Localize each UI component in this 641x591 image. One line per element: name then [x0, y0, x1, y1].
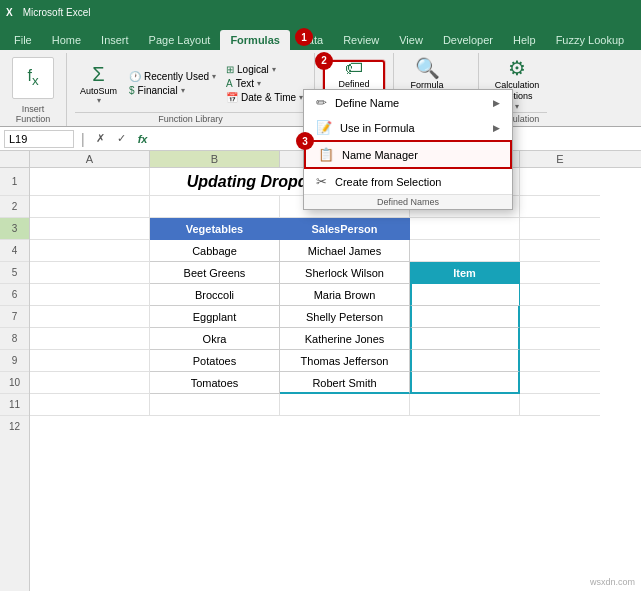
- cell-a3[interactable]: [30, 218, 150, 240]
- cell-c10[interactable]: Robert Smith: [280, 372, 410, 394]
- cell-b8[interactable]: Okra: [150, 328, 280, 350]
- cell-a7[interactable]: [30, 306, 150, 328]
- cell-e3[interactable]: [520, 218, 600, 240]
- tab-review[interactable]: Review: [333, 30, 389, 50]
- cell-b7[interactable]: Eggplant: [150, 306, 280, 328]
- tab-formulas[interactable]: Formulas: [220, 30, 290, 50]
- cell-e9[interactable]: [520, 350, 600, 372]
- recently-used-btn[interactable]: 🕐 Recently Used ▾: [126, 70, 219, 83]
- fx-bar-icon: fx: [134, 133, 152, 145]
- cell-d7[interactable]: [410, 306, 520, 328]
- cell-d4[interactable]: [410, 240, 520, 262]
- cell-d6[interactable]: [410, 284, 520, 306]
- cell-a10[interactable]: [30, 372, 150, 394]
- cell-c6[interactable]: Maria Brown: [280, 284, 410, 306]
- cell-reference-box[interactable]: [4, 130, 74, 148]
- row-8: Okra Katherine Jones: [30, 328, 641, 350]
- cell-a1[interactable]: [30, 168, 150, 196]
- row-num-9[interactable]: 9: [0, 350, 29, 372]
- function-library-buttons: Σ AutoSum ▾ 🕐 Recently Used ▾ $ F: [75, 55, 306, 112]
- cell-e7[interactable]: [520, 306, 600, 328]
- cell-e11[interactable]: [520, 394, 600, 416]
- row-3: Vegetables SalesPerson: [30, 218, 641, 240]
- cell-a9[interactable]: [30, 350, 150, 372]
- cell-c5[interactable]: Sherlock Wilson: [280, 262, 410, 284]
- cell-e8[interactable]: [520, 328, 600, 350]
- row-num-3[interactable]: 3: [0, 218, 29, 240]
- cell-b9[interactable]: Potatoes: [150, 350, 280, 372]
- tab-file[interactable]: File: [4, 30, 42, 50]
- row-num-12[interactable]: 12: [0, 416, 29, 438]
- logical-caret: ▾: [272, 65, 276, 74]
- cell-c3-header[interactable]: SalesPerson: [280, 218, 410, 240]
- cell-d11[interactable]: [410, 394, 520, 416]
- row-num-8[interactable]: 8: [0, 328, 29, 350]
- cell-e1[interactable]: [520, 168, 600, 196]
- formula-bar-divider: |: [78, 131, 88, 147]
- cell-e2[interactable]: [520, 196, 600, 218]
- tab-home[interactable]: Home: [42, 30, 91, 50]
- define-name-item[interactable]: ✏ Define Name ▶: [304, 90, 512, 115]
- tab-fuzzy-lookup[interactable]: Fuzzy Lookup: [546, 30, 634, 50]
- cell-d3[interactable]: [410, 218, 520, 240]
- cell-d5-item[interactable]: Item: [410, 262, 520, 284]
- cell-b4[interactable]: Cabbage: [150, 240, 280, 262]
- cell-a4[interactable]: [30, 240, 150, 262]
- cell-b10[interactable]: Tomatoes: [150, 372, 280, 394]
- cell-b3-header[interactable]: Vegetables: [150, 218, 280, 240]
- insert-function-btn[interactable]: fx: [8, 53, 58, 103]
- cell-c11[interactable]: [280, 394, 410, 416]
- col-header-b[interactable]: B: [150, 151, 280, 167]
- financial-btn[interactable]: $ Financial ▾: [126, 84, 219, 97]
- tab-insert[interactable]: Insert: [91, 30, 139, 50]
- cell-a6[interactable]: [30, 284, 150, 306]
- name-manager-item[interactable]: 📋 Name Manager 3: [304, 140, 512, 169]
- row-num-5[interactable]: 5: [0, 262, 29, 284]
- use-in-formula-label: Use in Formula: [340, 122, 415, 134]
- cell-c4[interactable]: Michael James: [280, 240, 410, 262]
- tab-help[interactable]: Help: [503, 30, 546, 50]
- logical-btn[interactable]: ⊞ Logical ▾: [223, 63, 306, 76]
- cell-b6[interactable]: Broccoli: [150, 284, 280, 306]
- cell-a2[interactable]: [30, 196, 150, 218]
- row-7: Eggplant Shelly Peterson: [30, 306, 641, 328]
- step-2-circle: 2: [315, 52, 333, 70]
- tab-developer[interactable]: Developer: [433, 30, 503, 50]
- use-in-formula-item[interactable]: 📝 Use in Formula ▶: [304, 115, 512, 140]
- cell-a8[interactable]: [30, 328, 150, 350]
- cell-b11[interactable]: [150, 394, 280, 416]
- cell-e6[interactable]: [520, 284, 600, 306]
- cell-d8[interactable]: [410, 328, 520, 350]
- row-num-11[interactable]: 11: [0, 394, 29, 416]
- autosum-btn[interactable]: Σ AutoSum ▾: [75, 60, 122, 108]
- col-header-e[interactable]: E: [520, 151, 600, 167]
- excel-icon: X: [6, 7, 13, 18]
- create-from-selection-item[interactable]: ✂ Create from Selection: [304, 169, 512, 194]
- tab-view[interactable]: View: [389, 30, 433, 50]
- use-formula-arrow: ▶: [493, 123, 500, 133]
- row-num-6[interactable]: 6: [0, 284, 29, 306]
- row-num-1[interactable]: 1: [0, 168, 29, 196]
- cell-a11[interactable]: [30, 394, 150, 416]
- cell-b5[interactable]: Beet Greens: [150, 262, 280, 284]
- financial-label: Financial: [138, 85, 178, 96]
- cell-d9[interactable]: [410, 350, 520, 372]
- cell-c9[interactable]: Thomas Jefferson: [280, 350, 410, 372]
- col-header-a[interactable]: A: [30, 151, 150, 167]
- cell-c8[interactable]: Katherine Jones: [280, 328, 410, 350]
- row-num-2[interactable]: 2: [0, 196, 29, 218]
- text-btn[interactable]: A Text ▾: [223, 77, 306, 90]
- autosum-label: AutoSum: [80, 86, 117, 96]
- row-num-4[interactable]: 4: [0, 240, 29, 262]
- cell-a5[interactable]: [30, 262, 150, 284]
- cell-d10[interactable]: [410, 372, 520, 394]
- cell-e5[interactable]: [520, 262, 600, 284]
- cell-c7[interactable]: Shelly Peterson: [280, 306, 410, 328]
- cell-e4[interactable]: [520, 240, 600, 262]
- date-time-btn[interactable]: 📅 Date & Time ▾: [223, 91, 306, 104]
- row-num-10[interactable]: 10: [0, 372, 29, 394]
- tab-page-layout[interactable]: Page Layout: [139, 30, 221, 50]
- cell-e10[interactable]: [520, 372, 600, 394]
- row-num-7[interactable]: 7: [0, 306, 29, 328]
- cell-b2[interactable]: [150, 196, 280, 218]
